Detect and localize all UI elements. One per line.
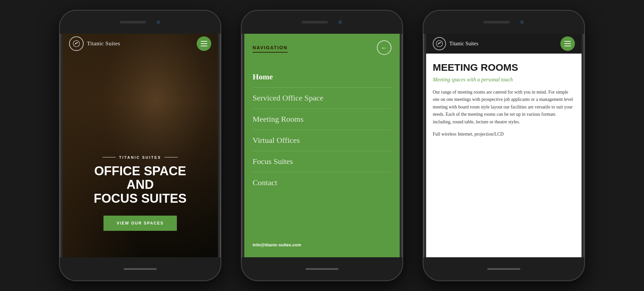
phone3-camera: [520, 20, 524, 24]
phone1-speaker: [120, 21, 146, 23]
phones-container: Titanic Suites TITANIC SUITES OFFICE SPA…: [0, 0, 644, 291]
hamburger-line-3-3: [564, 46, 571, 46]
nav-item-virtual-offices[interactable]: Virtual Offices: [253, 130, 391, 151]
phone2-speaker: [302, 21, 328, 23]
svg-point-1: [77, 42, 78, 43]
hero-title-line3: FOCUS SUITES: [94, 191, 187, 205]
phone2-home-indicator: [305, 268, 339, 270]
hero-subtitle: TITANIC SUITES: [69, 155, 211, 159]
volume-up-button-3: [423, 60, 423, 73]
phone-3-meeting-rooms: Titanic Suites MEETING ROOMS Meeting spa…: [423, 10, 585, 281]
power-button: [221, 73, 221, 103]
titanic-suites-logo-icon: [73, 40, 80, 47]
phone3-header: Titanic Suites: [426, 34, 582, 54]
nav-heading: NAVIGATION: [253, 45, 288, 51]
hamburger-icon-3: [564, 41, 571, 46]
meeting-rooms-body: Our range of meeting rooms are catered f…: [433, 89, 575, 138]
meeting-rooms-paragraph-1: Our range of meeting rooms are catered f…: [433, 89, 575, 126]
svg-point-0: [73, 40, 79, 47]
hamburger-line-2: [201, 43, 207, 44]
meeting-rooms-subtitle: Meeting spaces with a personal touch: [433, 77, 575, 83]
phone3-content: MEETING ROOMS Meeting spaces with a pers…: [426, 54, 582, 151]
back-arrow-icon: ←: [381, 44, 387, 51]
phone1-menu-button[interactable]: [197, 36, 211, 51]
volume-up-button: [59, 60, 60, 73]
phone2-screen: NAVIGATION ← Home Serviced Office Space …: [244, 34, 400, 257]
nav-item-contact[interactable]: Contact: [253, 172, 391, 193]
phone3-screen: Titanic Suites MEETING ROOMS Meeting spa…: [426, 34, 582, 257]
volume-down-button-2: [241, 80, 242, 102]
view-spaces-button[interactable]: VIEW OUR SPACES: [103, 216, 177, 231]
phone1-home-indicator: [124, 268, 157, 270]
hamburger-line-2-3: [564, 43, 571, 44]
hamburger-line-1-3: [564, 41, 571, 42]
hamburger-line-1: [201, 41, 207, 42]
meeting-rooms-paragraph-2: Full wireless Internet, projection/LCD: [433, 131, 575, 138]
phone-1-home: Titanic Suites TITANIC SUITES OFFICE SPA…: [59, 10, 221, 281]
phone2-top-bar: [242, 11, 402, 34]
phone-2-navigation: NAVIGATION ← Home Serviced Office Space …: [241, 10, 403, 281]
phone3-logo-circle: [433, 37, 446, 50]
phone1-logo-circle: [69, 36, 84, 51]
phone3-speaker: [483, 21, 510, 23]
hero-title-line1: OFFICE SPACE: [94, 164, 186, 178]
nav-item-meeting-rooms[interactable]: Meeting Rooms: [253, 109, 391, 130]
phone3-menu-button[interactable]: [560, 36, 575, 51]
phone3-top-bar: [423, 11, 584, 34]
phone1-logo-area: Titanic Suites: [69, 36, 120, 51]
volume-down-button-3: [423, 80, 423, 102]
phone1-top-bar: [60, 11, 221, 34]
hero-title: OFFICE SPACE AND FOCUS SUITES: [69, 164, 211, 206]
svg-point-3: [440, 42, 441, 43]
phone2-bottom-bar: [242, 257, 402, 280]
nav-email[interactable]: info@titanic-suites.com: [253, 242, 301, 247]
phone2-header: NAVIGATION ←: [244, 34, 400, 60]
phone3-bottom-bar: [423, 257, 584, 280]
svg-point-2: [436, 40, 442, 47]
hamburger-icon: [201, 41, 207, 46]
volume-up-button-2: [241, 60, 242, 73]
phone3-home-indicator: [487, 268, 520, 270]
volume-down-button: [59, 80, 60, 102]
navigation-menu: Home Serviced Office Space Meeting Rooms…: [244, 60, 400, 200]
phone1-bottom-bar: [60, 257, 221, 280]
nav-item-focus-suites[interactable]: Focus Suites: [253, 151, 391, 172]
titanic-suites-logo-icon-3: [436, 40, 443, 47]
nav-item-serviced-office[interactable]: Serviced Office Space: [253, 88, 391, 109]
phone3-brand-name: Titanic Suites: [449, 41, 478, 47]
nav-item-home[interactable]: Home: [253, 66, 391, 88]
power-button-3: [584, 73, 585, 103]
hero-title-line2: AND: [127, 178, 154, 191]
phone1-header: Titanic Suites: [62, 34, 218, 54]
phone1-brand-name: Titanic Suites: [87, 40, 120, 47]
phone1-screen: Titanic Suites TITANIC SUITES OFFICE SPA…: [62, 34, 218, 257]
power-button-2: [402, 73, 403, 103]
hamburger-line-3: [201, 46, 207, 46]
phone2-camera: [338, 20, 342, 24]
phone3-logo-area: Titanic Suites: [433, 37, 478, 50]
phone1-camera: [156, 20, 161, 24]
navigation-title: NAVIGATION: [253, 45, 288, 53]
back-button[interactable]: ←: [377, 40, 391, 55]
phone1-hero: TITANIC SUITES OFFICE SPACE AND FOCUS SU…: [62, 155, 218, 231]
meeting-rooms-page-title: MEETING ROOMS: [433, 62, 575, 73]
